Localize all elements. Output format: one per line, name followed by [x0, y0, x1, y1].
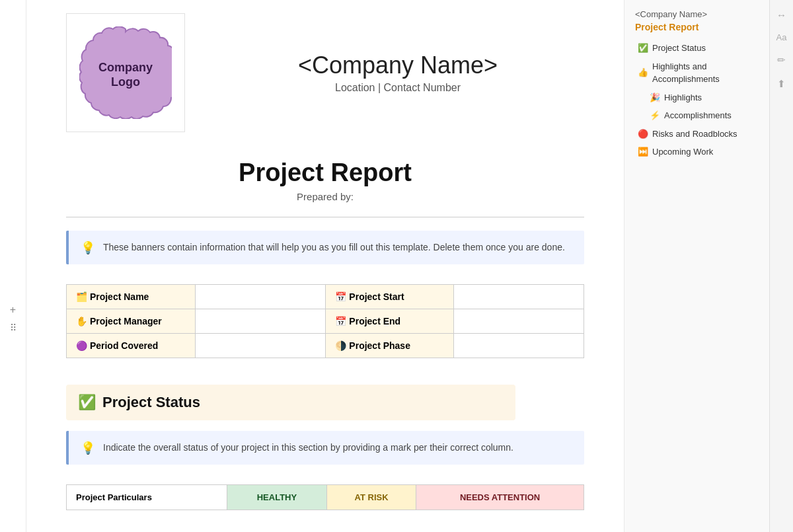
sidebar-item-icon-risks: 🔴	[638, 128, 648, 141]
status-col-particulars: Project Particulars	[67, 485, 227, 510]
project-phase-label: 🌗 Project Phase	[326, 334, 453, 358]
svg-text:Company: Company	[98, 61, 153, 74]
sidebar-report-title: Project Report	[635, 22, 759, 32]
status-table: Project Particulars HEALTHY AT RISK NEED…	[66, 484, 584, 510]
table-row: 🟣 Period Covered 🌗 Project Phase	[67, 334, 584, 358]
project-start-value[interactable]	[453, 285, 584, 309]
project-manager-value[interactable]	[196, 309, 326, 334]
project-info-table: 🗂️ Project Name 📅 Project Start ✋ Projec…	[66, 284, 584, 358]
project-phase-value[interactable]	[453, 334, 584, 358]
status-banner: 💡 Indicate the overall status of your pr…	[66, 431, 584, 465]
prepared-by: Prepared by:	[66, 191, 584, 202]
font-size-icon[interactable]: Aa	[776, 32, 787, 42]
sidebar-item-icon-highlights-accomplishments: 👍	[638, 66, 648, 79]
project-manager-label: ✋ Project Manager	[67, 309, 196, 334]
right-panel: <Company Name> Project Report ✅ Project …	[624, 0, 769, 532]
company-logo-svg: Company Logo	[79, 26, 172, 119]
drag-handle-icon[interactable]: ⠿	[10, 323, 17, 333]
sidebar-item-icon-project-status: ✅	[638, 42, 648, 55]
info-banner-text: These banners contain information that w…	[103, 240, 565, 254]
sidebar-item-label-project-status: Project Status	[652, 42, 706, 55]
header-area: Company Logo <Company Name> Location | C…	[66, 0, 584, 139]
project-status-title: Project Status	[102, 394, 200, 411]
sidebar-item-risks-roadblocks[interactable]: 🔴 Risks and Roadblocks	[635, 125, 759, 143]
table-row: 🗂️ Project Name 📅 Project Start	[67, 285, 584, 309]
sidebar-item-label-highlights-accomplishments: Highlights and Accomplishments	[652, 60, 759, 86]
company-sub: Location | Contact Number	[335, 82, 461, 94]
sidebar-item-label-risks: Risks and Roadblocks	[652, 128, 737, 141]
sidebar-company-name: <Company Name>	[635, 9, 759, 19]
upload-icon[interactable]: ⬆	[777, 78, 786, 90]
title-divider	[66, 217, 584, 217]
status-col-at-risk: AT RISK	[326, 485, 416, 510]
report-title: Project Report	[66, 159, 584, 187]
info-banner-icon: 💡	[81, 241, 95, 255]
period-covered-label: 🟣 Period Covered	[67, 334, 196, 358]
sidebar-item-icon-accomplishments: ⚡	[650, 109, 660, 122]
period-covered-value[interactable]	[196, 334, 326, 358]
project-end-label: 📅 Project End	[326, 309, 453, 334]
status-banner-icon: 💡	[81, 441, 95, 455]
svg-text:Logo: Logo	[111, 75, 140, 89]
sidebar-item-highlights[interactable]: 🎉 Highlights	[635, 89, 759, 107]
expand-icon[interactable]: ↔	[776, 9, 786, 20]
project-name-label: 🗂️ Project Name	[67, 285, 196, 309]
project-end-value[interactable]	[453, 309, 584, 334]
sidebar-item-highlights-accomplishments[interactable]: 👍 Highlights and Accomplishments	[635, 57, 759, 89]
company-info: <Company Name> Location | Contact Number	[211, 52, 584, 94]
sidebar-item-project-status[interactable]: ✅ Project Status	[635, 39, 759, 57]
table-row: ✋ Project Manager 📅 Project End	[67, 309, 584, 334]
project-start-label: 📅 Project Start	[326, 285, 453, 309]
project-name-value[interactable]	[196, 285, 326, 309]
sidebar-item-label-accomplishments: Accomplishments	[664, 109, 732, 122]
company-name: <Company Name>	[298, 52, 498, 79]
left-gutter: + ⠿	[0, 0, 26, 532]
sidebar-item-label-upcoming: Upcoming Work	[652, 145, 713, 159]
status-col-needs-attention: NEEDS ATTENTION	[416, 485, 584, 510]
status-banner-text: Indicate the overall status of your proj…	[103, 440, 513, 455]
edit-icon[interactable]: ✏	[777, 54, 786, 66]
main-content: Company Logo <Company Name> Location | C…	[26, 0, 624, 532]
title-section: Project Report Prepared by:	[66, 139, 584, 209]
sidebar-item-icon-upcoming: ⏭️	[638, 145, 648, 159]
sidebar-item-label-highlights: Highlights	[664, 91, 702, 104]
sidebar-item-accomplishments[interactable]: ⚡ Accomplishments	[635, 106, 759, 125]
sidebar-item-upcoming-work[interactable]: ⏭️ Upcoming Work	[635, 143, 759, 161]
logo-container: Company Logo	[66, 13, 185, 132]
sidebar-item-icon-highlights: 🎉	[650, 91, 660, 104]
info-banner: 💡 These banners contain information that…	[66, 231, 584, 264]
project-status-icon: ✅	[78, 394, 96, 411]
project-status-heading: ✅ Project Status	[66, 385, 515, 420]
edge-icons: ↔ Aa ✏ ⬆	[769, 0, 793, 532]
status-col-healthy: HEALTHY	[227, 485, 326, 510]
add-row-icon[interactable]: +	[10, 304, 16, 316]
